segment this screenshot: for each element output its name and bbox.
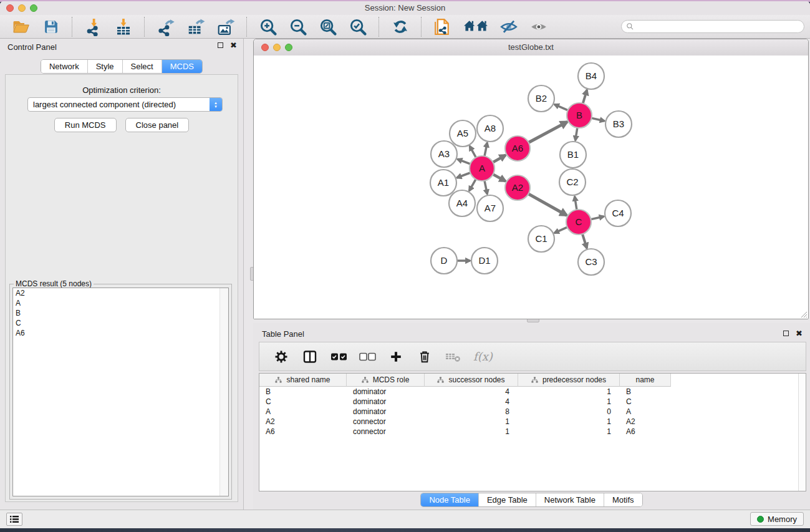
network-graph[interactable]: B4B2BB3A8A5A6A3B1AA1C2A2A4A7C4CC1C3DD1 bbox=[254, 56, 808, 319]
mcds-result-item[interactable]: B bbox=[13, 308, 228, 318]
graph-edge-C-C1[interactable] bbox=[554, 226, 569, 233]
session-title: Session: New Session bbox=[0, 3, 810, 12]
mcds-result-item[interactable]: C bbox=[13, 318, 228, 328]
table-row[interactable]: A6connector11A6 bbox=[259, 427, 806, 437]
tab-edge-table[interactable]: Edge Table bbox=[478, 493, 536, 506]
apply-layout-button[interactable] bbox=[390, 17, 411, 37]
search-box bbox=[621, 20, 804, 33]
graph-node-label-A1: A1 bbox=[438, 177, 449, 188]
export-table-button[interactable] bbox=[185, 17, 206, 37]
toolbar-separator bbox=[72, 17, 73, 37]
zoom-out-button[interactable] bbox=[287, 17, 309, 37]
run-mcds-button[interactable]: Run MCDS bbox=[54, 118, 117, 132]
tab-select[interactable]: Select bbox=[122, 60, 162, 73]
create-new-column-button[interactable] bbox=[387, 348, 405, 365]
graph-edge-B-B2[interactable] bbox=[554, 104, 569, 110]
table-cell: A bbox=[620, 407, 671, 416]
graph-edge-A-A2[interactable] bbox=[492, 174, 506, 181]
import-network-button[interactable] bbox=[83, 17, 104, 37]
hide-graphics-details-button[interactable] bbox=[498, 17, 519, 37]
unselect-all-columns-button[interactable] bbox=[359, 348, 376, 365]
zoom-fit-icon bbox=[319, 17, 337, 36]
main-titlebar: Session: New Session bbox=[0, 1, 810, 16]
export-image-button[interactable] bbox=[215, 17, 236, 37]
tab-style[interactable]: Style bbox=[87, 60, 122, 73]
zoom-in-button[interactable] bbox=[258, 17, 279, 37]
tab-network-table[interactable]: Network Table bbox=[536, 493, 604, 506]
graph-edge-C-C4[interactable] bbox=[590, 216, 604, 220]
optimization-criterion-select[interactable]: largest connected component (directed) ▲… bbox=[27, 97, 223, 112]
show-graphics-details-button[interactable] bbox=[528, 17, 549, 37]
float-panel-icon[interactable] bbox=[218, 42, 223, 48]
graph-edge-B-B4[interactable] bbox=[582, 90, 587, 105]
graph-edge-A-A6[interactable] bbox=[492, 155, 506, 163]
import-table-button[interactable] bbox=[113, 17, 134, 37]
graph-node-label-B1: B1 bbox=[567, 149, 579, 160]
zoom-selected-button[interactable] bbox=[347, 17, 369, 37]
mcds-result-item[interactable]: A bbox=[13, 298, 228, 308]
memory-button[interactable]: Memory bbox=[750, 512, 804, 526]
table-row[interactable]: A2connector11A2 bbox=[259, 417, 806, 427]
close-panel-button[interactable]: Close panel bbox=[125, 118, 190, 132]
status-bar: Memory bbox=[0, 510, 810, 528]
table-cell: 1 bbox=[425, 417, 518, 426]
toolbar-separator bbox=[378, 17, 380, 37]
new-network-from-selection-button[interactable] bbox=[432, 17, 453, 37]
column-header-predecessor-nodes[interactable]: predecessor nodes bbox=[518, 374, 620, 387]
table-row[interactable]: Bdominator41B bbox=[259, 387, 806, 397]
main-toolbar bbox=[0, 15, 810, 39]
tab-motifs[interactable]: Motifs bbox=[604, 493, 642, 506]
graph-edge-B-B1[interactable] bbox=[576, 127, 578, 141]
column-header-shared-name[interactable]: shared name bbox=[259, 374, 347, 387]
graph-edge-A-A1[interactable] bbox=[457, 172, 472, 178]
table-row[interactable]: Adominator80A bbox=[259, 407, 806, 417]
zoom-fit-button[interactable] bbox=[317, 17, 339, 37]
task-history-button[interactable] bbox=[6, 513, 22, 526]
save-session-button[interactable] bbox=[41, 17, 62, 37]
float-table-panel-icon[interactable] bbox=[783, 331, 789, 336]
mcds-result-item[interactable]: A6 bbox=[13, 328, 228, 338]
table-cell: 0 bbox=[518, 407, 620, 416]
column-header-MCDS-role[interactable]: MCDS role bbox=[347, 374, 425, 387]
graph-edge-A-A8[interactable] bbox=[485, 143, 488, 158]
graph-edge-C-C2[interactable] bbox=[575, 196, 577, 211]
graph-edge-A-A4[interactable] bbox=[469, 178, 476, 191]
table-settings-button[interactable] bbox=[272, 348, 290, 365]
close-table-panel-icon[interactable]: ✖ bbox=[796, 331, 803, 336]
column-header-name[interactable]: name bbox=[620, 374, 671, 387]
open-session-button[interactable] bbox=[11, 17, 32, 37]
graph-edge-C-C3[interactable] bbox=[582, 233, 587, 248]
control-panel: Control Panel ✖ NetworkStyleSelectMCDS O… bbox=[0, 39, 244, 510]
toolbar-separator bbox=[246, 17, 248, 37]
select-all-columns-button[interactable] bbox=[330, 348, 347, 365]
function-builder-button[interactable]: f(x) bbox=[473, 350, 493, 363]
graph-edge-A-A5[interactable] bbox=[470, 146, 476, 158]
reset-view-button[interactable] bbox=[462, 17, 489, 37]
graph-edge-A6-B[interactable] bbox=[528, 122, 567, 143]
export-network-icon bbox=[157, 17, 175, 36]
table-row[interactable]: Cdominator41C bbox=[259, 397, 806, 407]
resize-grip-icon[interactable] bbox=[799, 309, 808, 318]
delete-columns-button[interactable] bbox=[416, 348, 433, 365]
column-header-successor-nodes[interactable]: successor nodes bbox=[425, 374, 518, 387]
mcds-result-item[interactable]: A2 bbox=[13, 288, 228, 298]
tab-mcds[interactable]: MCDS bbox=[162, 60, 202, 73]
control-panel-tabs: NetworkStyleSelectMCDS bbox=[0, 59, 243, 74]
list-icon bbox=[9, 515, 19, 523]
tab-network[interactable]: Network bbox=[41, 60, 87, 73]
mcds-result-list[interactable]: A2ABCA6 bbox=[12, 288, 229, 496]
graph-edge-B-B3[interactable] bbox=[591, 118, 605, 121]
close-panel-icon[interactable]: ✖ bbox=[230, 42, 237, 48]
export-network-button[interactable] bbox=[155, 17, 176, 37]
show-column-button[interactable] bbox=[301, 348, 319, 365]
network-canvas[interactable]: B4B2BB3A8A5A6A3B1AA1C2A2A4A7C4CC1C3DD1 bbox=[254, 56, 808, 319]
graph-edge-A-A7[interactable] bbox=[485, 180, 488, 195]
graph-edge-A2-C[interactable] bbox=[528, 193, 567, 215]
delete-table-button[interactable] bbox=[445, 348, 462, 365]
tab-node-table[interactable]: Node Table bbox=[421, 493, 478, 506]
result-list-scrollbar[interactable] bbox=[219, 288, 228, 496]
search-input[interactable] bbox=[637, 21, 804, 32]
table-scrollbar[interactable] bbox=[798, 374, 806, 491]
graph-edge-A-A3[interactable] bbox=[458, 159, 472, 165]
home-icon bbox=[463, 19, 488, 35]
